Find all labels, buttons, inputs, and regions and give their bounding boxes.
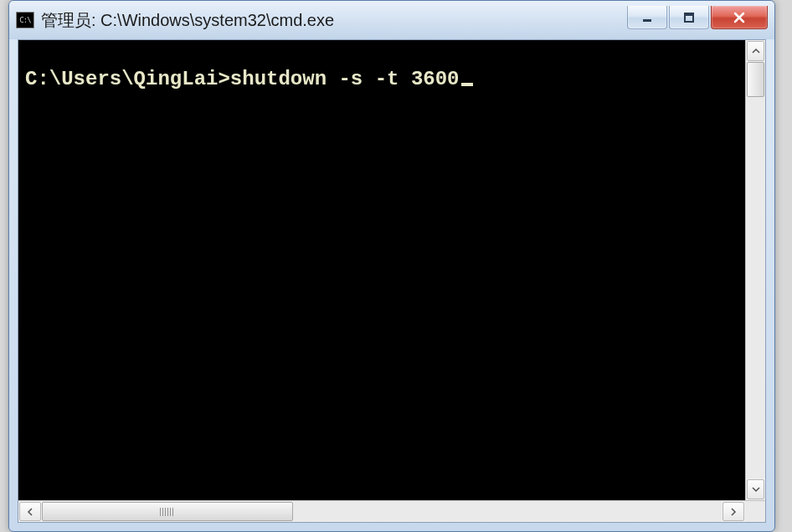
chevron-right-icon — [730, 508, 737, 516]
horizontal-scrollbar[interactable] — [18, 500, 765, 522]
cmd-icon-label: C:\ — [19, 16, 30, 24]
vertical-scroll-thumb[interactable] — [747, 62, 764, 97]
window-controls — [627, 6, 768, 29]
command-text: shutdown -s -t 3600 — [230, 68, 460, 90]
close-icon — [733, 12, 746, 23]
scroll-grip-icon — [160, 508, 175, 516]
chevron-up-icon — [752, 48, 760, 54]
chevron-down-icon — [752, 486, 760, 493]
svg-rect-2 — [685, 13, 693, 16]
scroll-left-button[interactable] — [19, 502, 41, 521]
console-output[interactable]: C:\Users\QingLai>shutdown -s -t 3600 — [18, 40, 745, 500]
scroll-up-button[interactable] — [747, 41, 764, 61]
chevron-left-icon — [27, 508, 33, 516]
app-window: C:\ 管理员: C:\Windows\system32\cmd.exe C:\… — [8, 0, 775, 532]
maximize-button[interactable] — [669, 6, 709, 29]
minimize-button[interactable] — [627, 6, 667, 29]
scrollbar-corner — [745, 501, 765, 522]
scroll-right-button[interactable] — [723, 502, 744, 521]
text-cursor — [461, 83, 473, 86]
minimize-icon — [641, 12, 653, 23]
svg-rect-0 — [643, 19, 651, 22]
vertical-scrollbar[interactable] — [745, 40, 765, 500]
prompt-text: C:\Users\QingLai> — [25, 68, 230, 90]
horizontal-scroll-thumb[interactable] — [42, 502, 293, 521]
client-area: C:\Users\QingLai>shutdown -s -t 3600 — [18, 39, 766, 523]
close-button[interactable] — [711, 6, 768, 29]
titlebar[interactable]: C:\ 管理员: C:\Windows\system32\cmd.exe — [9, 1, 774, 39]
maximize-icon — [683, 12, 695, 23]
vertical-scroll-track[interactable] — [746, 62, 765, 478]
cmd-icon: C:\ — [16, 12, 34, 28]
scroll-down-button[interactable] — [747, 479, 764, 499]
console-wrap: C:\Users\QingLai>shutdown -s -t 3600 — [18, 40, 765, 500]
horizontal-scroll-track[interactable] — [42, 501, 722, 522]
window-title: 管理员: C:\Windows\system32\cmd.exe — [41, 9, 627, 32]
